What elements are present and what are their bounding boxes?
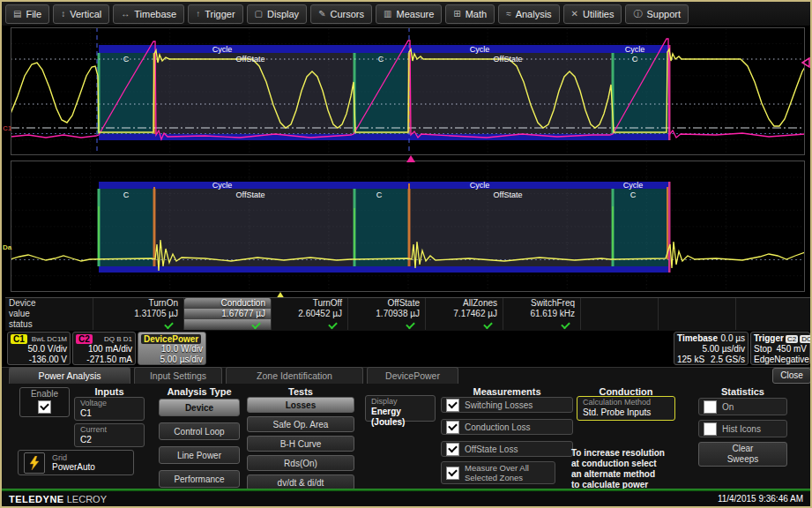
trigger-level-marker[interactable] xyxy=(800,56,811,69)
hist-icons-row[interactable]: Hist Icons xyxy=(698,420,787,437)
col-turnon[interactable]: TurnOn xyxy=(93,298,184,309)
test-bh-curve-button[interactable]: B-H Curve xyxy=(247,436,354,452)
col-empty xyxy=(659,309,736,319)
oscilloscope-screen: ▤File ↕Vertical ↔Timebase ↑Trigger ▢Disp… xyxy=(0,0,812,508)
menu-measure[interactable]: ▥Measure xyxy=(376,4,442,24)
offstate-loss-row[interactable]: OffState Loss xyxy=(441,441,573,457)
value-turnon: 1.31705 µJ xyxy=(93,309,184,319)
zone-label-offstate: OffState xyxy=(494,55,523,64)
hist-icons-checkbox[interactable] xyxy=(704,422,717,436)
measure-over-all-zones-row[interactable]: Measure Over All Selected Zones xyxy=(441,461,555,484)
voltage-value: C1 xyxy=(80,408,138,419)
col-empty xyxy=(659,319,736,330)
power-trace-marker[interactable]: Da xyxy=(3,243,11,251)
grid-value: PowerAuto xyxy=(52,462,95,472)
devicepower-descriptor[interactable]: DevicePower 10.0 W/div 5.00 µs/div xyxy=(138,332,206,365)
voltage-source-field[interactable]: Voltage C1 xyxy=(74,397,145,421)
zone-label-offstate: OffState xyxy=(494,190,523,199)
c1-channel-marker[interactable]: C1 xyxy=(3,124,11,132)
zone-label-cycle: Cycle xyxy=(212,45,233,54)
test-safe-op-area-button[interactable]: Safe Op. Area xyxy=(247,416,354,432)
menu-utilities[interactable]: ✕Utilities xyxy=(563,4,622,24)
zone-label-conduction: C xyxy=(630,190,637,199)
value-conduction: 1.67677 µJ xyxy=(184,309,272,319)
switching-losses-row[interactable]: Switching Losses xyxy=(441,397,573,413)
timebase-delay: 0.0 µs xyxy=(721,333,745,344)
zone-label-conduction: C xyxy=(123,190,130,199)
col-allzones[interactable]: AllZones xyxy=(426,298,503,309)
trigger-descriptor[interactable]: TriggerC2DC Stop450 mV EdgeNegative xyxy=(750,332,810,365)
menu-timebase[interactable]: ↔Timebase xyxy=(113,4,184,24)
col-offstate[interactable]: OffState xyxy=(348,298,426,309)
conduction-loss-row[interactable]: Conduction Loss xyxy=(441,419,573,435)
zone-label-conduction: C xyxy=(378,55,384,64)
statistics-on-checkbox[interactable] xyxy=(704,400,717,414)
clear-sweeps-button[interactable]: Clear Sweeps xyxy=(698,442,787,467)
calculation-method-value: Std. Probe Inputs xyxy=(583,407,669,418)
display-monitor-icon: ▢ xyxy=(255,10,263,19)
statistics-on-row[interactable]: On xyxy=(698,398,787,415)
conduction-loss-checkbox[interactable] xyxy=(446,421,459,434)
menu-file-label: File xyxy=(26,9,41,19)
col-switchfreq[interactable]: SwitchFreq xyxy=(503,298,581,309)
c1-descriptor[interactable]: C1BwL DC1M 50.0 V/div -136.00 V xyxy=(7,332,71,365)
enable-box: Enable xyxy=(19,387,70,417)
status-ok-icon xyxy=(251,320,261,330)
enable-checkbox[interactable] xyxy=(38,400,51,414)
menu-display[interactable]: ▢Display xyxy=(247,4,308,24)
measure-over-all-zones-checkbox[interactable] xyxy=(446,467,459,480)
col-turnoff[interactable]: TurnOff xyxy=(272,298,348,309)
tab-zone-identification[interactable]: Zone Identification xyxy=(226,367,363,384)
datetime: 11/4/2015 9:36:46 AM xyxy=(718,494,803,504)
trigger-time-marker[interactable] xyxy=(406,155,415,162)
table-row-values: value 1.31705 µJ 1.67677 µJ 2.60452 µJ 1… xyxy=(5,309,811,319)
col-empty xyxy=(581,298,659,309)
brand-teledyne: TELEDYNE xyxy=(9,494,64,504)
horizontal-arrows-icon: ↔ xyxy=(121,10,130,19)
menu-cursors-label: Cursors xyxy=(331,9,365,19)
tab-power-analysis[interactable]: Power Analysis xyxy=(9,367,130,384)
calculation-method-button[interactable]: Calculation Method Std. Probe Inputs xyxy=(577,396,675,421)
top-grid[interactable]: Cycle C OffState C Cycle OffState Cycle … xyxy=(11,27,805,155)
menu-vertical[interactable]: ↕Vertical xyxy=(53,4,109,24)
test-rds-on-button[interactable]: Rds(On) xyxy=(247,455,354,471)
tab-input-settings[interactable]: Input Settings xyxy=(134,367,222,384)
status-row-label: status xyxy=(5,319,93,330)
analysis-device-button[interactable]: Device xyxy=(159,399,240,416)
analysis-performance-button[interactable]: Performance xyxy=(159,470,240,488)
grid-mode-button[interactable]: Grid PowerAuto xyxy=(18,450,134,475)
test-losses-button[interactable]: Losses xyxy=(247,397,354,413)
c1-offset: -136.00 V xyxy=(11,355,67,365)
current-source-field[interactable]: Current C2 xyxy=(74,423,145,447)
menu-file[interactable]: ▤File xyxy=(5,4,49,24)
measurements-header: Measurements xyxy=(441,386,573,397)
menu-utilities-label: Utilities xyxy=(583,9,614,19)
devicepower-timebase: 5.00 µs/div xyxy=(141,355,203,365)
menu-cursors[interactable]: ✎Cursors xyxy=(310,4,372,24)
close-button[interactable]: Close xyxy=(772,368,811,384)
zone-label-conduction: C xyxy=(123,55,130,64)
waveform-chart-icon: ≈ xyxy=(506,10,511,19)
tab-devicepower[interactable]: DevicePower xyxy=(367,367,458,384)
bottom-grid[interactable]: Cycle C OffState C Cycle OffState Cycle … xyxy=(11,161,805,292)
offstate-loss-label: OffState Loss xyxy=(465,444,518,454)
c2-descriptor[interactable]: C2DQ B D1 100 mA/div -271.50 mA xyxy=(72,332,136,365)
value-row-label: value xyxy=(5,309,93,319)
offstate-loss-checkbox[interactable] xyxy=(446,443,459,456)
switching-losses-checkbox[interactable] xyxy=(446,399,459,412)
display-value: Energy (Joules) xyxy=(371,407,429,428)
statistics-on-label: On xyxy=(722,402,734,412)
menu-math-label: Math xyxy=(466,9,487,19)
col-conduction[interactable]: Conduction xyxy=(184,298,272,309)
menu-trigger[interactable]: ↑Trigger xyxy=(188,4,242,24)
menu-support[interactable]: ⓘSupport xyxy=(625,4,689,24)
menu-math[interactable]: ⊞Math xyxy=(445,4,495,24)
c2-offset: -271.50 mA xyxy=(76,355,132,365)
display-units-field[interactable]: Display Energy (Joules) xyxy=(365,395,436,422)
menu-bar: ▤File ↕Vertical ↔Timebase ↑Trigger ▢Disp… xyxy=(2,2,810,26)
analysis-line-power-button[interactable]: Line Power xyxy=(159,446,240,464)
timebase-descriptor[interactable]: Timebase0.0 µs 5.00 µs/div 125 kS2.5 GS/… xyxy=(674,332,749,365)
switching-losses-label: Switching Losses xyxy=(465,400,533,410)
analysis-control-loop-button[interactable]: Control Loop xyxy=(159,422,240,440)
menu-analysis[interactable]: ≈Analysis xyxy=(498,4,559,24)
